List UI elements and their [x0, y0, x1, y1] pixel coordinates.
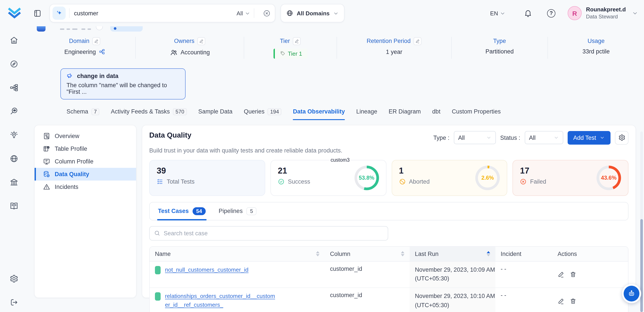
tier-label: Tier	[280, 38, 290, 44]
app-logo-icon[interactable]	[7, 6, 22, 21]
sort-last-run[interactable]	[483, 251, 490, 256]
top-right-cluster: EN ? R Rounakpreet.d Data Steward	[490, 6, 638, 20]
menu-table-profile[interactable]: Table Profile	[34, 142, 136, 155]
sort-column[interactable]	[398, 251, 404, 256]
scrollbar-thumb[interactable]	[640, 219, 643, 312]
success-tests-card: custom3 21 Success 53.8%	[270, 160, 386, 196]
notifications-bell-icon[interactable]	[524, 9, 532, 17]
nav-lineage-icon[interactable]	[10, 83, 18, 92]
edit-test-icon[interactable]	[558, 271, 564, 278]
nav-explore-icon[interactable]	[10, 60, 18, 68]
nav-home-icon[interactable]	[10, 36, 18, 45]
logout-icon[interactable]	[10, 298, 18, 307]
user-role: Data Steward	[586, 13, 626, 20]
test-status-indicator	[155, 266, 160, 274]
sidebar-toggle-icon[interactable]	[33, 9, 42, 17]
tab-activity-feeds[interactable]: Activity Feeds & Tasks570	[111, 108, 187, 120]
language-value: EN	[490, 10, 498, 17]
announcement-banner[interactable]: change in data The column "name" will be…	[60, 68, 186, 99]
type-filter-select[interactable]: All	[454, 131, 496, 144]
nav-observability-icon[interactable]	[10, 107, 18, 116]
retention-value: 1 year	[386, 48, 402, 55]
usage-label: Usage	[588, 38, 604, 44]
profiler-menu: Overview Table Profile Column Profile Da…	[34, 125, 136, 298]
page-scrollbar[interactable]	[640, 131, 643, 312]
quality-settings-gear-icon[interactable]	[615, 131, 628, 144]
user-avatar[interactable]: R	[568, 6, 582, 20]
add-test-button[interactable]: Add Test	[568, 131, 610, 144]
entity-tabs: Schema7 Activity Feeds & Tasks570 Sample…	[28, 99, 644, 120]
panel-subtitle: Build trust in your data with quality te…	[149, 147, 628, 153]
table-header-row: Name Column Last Run Incident Actions	[150, 246, 628, 261]
edit-owners-icon[interactable]	[198, 37, 206, 45]
aborted-tests-card: 1 Aborted 2.6%	[392, 160, 508, 196]
menu-incidents[interactable]: Incidents	[34, 180, 136, 193]
chevron-down-icon	[500, 10, 506, 16]
subtab-test-cases[interactable]: Test Cases 54	[158, 202, 206, 220]
nav-insights-icon[interactable]	[10, 131, 18, 139]
search-scope-dropdown[interactable]: All	[236, 10, 250, 17]
sort-name[interactable]	[312, 251, 320, 256]
chevron-down-icon	[600, 135, 605, 140]
clipped-entity-header	[28, 26, 644, 34]
edit-domain-icon[interactable]	[92, 37, 100, 45]
search-input[interactable]	[74, 10, 236, 17]
subtab-pipelines[interactable]: Pipelines 5	[218, 202, 256, 220]
status-filter-label: Status :	[500, 134, 520, 141]
edit-test-icon[interactable]	[558, 298, 564, 304]
tag-icon	[280, 51, 285, 56]
test-case-link[interactable]: relationships_orders_customer_id__custom…	[165, 292, 278, 310]
nav-govern-icon[interactable]	[10, 178, 18, 187]
domain-value[interactable]: Engineering	[64, 48, 96, 55]
nav-glossary-icon[interactable]	[10, 202, 18, 210]
help-icon[interactable]: ?	[547, 9, 556, 17]
search-scope-value: All	[236, 10, 243, 17]
owners-value[interactable]: Accounting	[180, 49, 210, 56]
edit-retention-icon[interactable]	[414, 37, 422, 45]
menu-column-profile[interactable]: Column Profile	[34, 155, 136, 168]
domains-filter-label: All Domains	[297, 10, 330, 17]
meta-usage: Usage 33rd pctile	[548, 37, 644, 59]
ai-sparkle-icon[interactable]	[52, 7, 66, 20]
edit-tier-icon[interactable]	[293, 37, 301, 45]
clear-search-icon[interactable]	[263, 10, 270, 17]
meta-owners: Owners Accounting	[136, 37, 244, 59]
success-donut: 53.8%	[354, 166, 379, 190]
total-tests-card: 39 Total Tests	[149, 160, 265, 196]
nav-domains-icon[interactable]	[10, 154, 18, 163]
search-icon	[154, 230, 160, 236]
failed-tests-card: 17 Failed 43.6%	[513, 160, 629, 196]
tab-schema[interactable]: Schema7	[66, 108, 99, 120]
tab-data-observability[interactable]: Data Observability	[293, 108, 345, 120]
tab-lineage[interactable]: Lineage	[356, 108, 377, 120]
menu-data-quality[interactable]: Data Quality	[34, 168, 136, 180]
check-circle-icon	[278, 178, 284, 185]
settings-gear-icon[interactable]	[10, 274, 18, 283]
language-selector[interactable]: EN	[490, 10, 506, 17]
domains-filter-button[interactable]: All Domains	[280, 4, 344, 22]
test-case-search-input[interactable]	[164, 230, 384, 236]
version-button-clipped	[96, 26, 103, 30]
tier-badge[interactable]: Tier 1	[273, 48, 308, 59]
tier-value: Tier 1	[288, 50, 302, 57]
delete-test-icon[interactable]	[570, 271, 576, 278]
retention-label: Retention Period	[366, 38, 410, 44]
test-case-link[interactable]: not_null_customers_customer_id	[165, 265, 248, 274]
tab-sample-data[interactable]: Sample Data	[198, 108, 232, 120]
tab-queries[interactable]: Queries194	[244, 108, 282, 120]
global-search-bar[interactable]: All	[50, 4, 275, 22]
tab-dbt[interactable]: dbt	[432, 108, 440, 120]
app-window: All All Domains EN ? R Rounakpr	[0, 0, 644, 312]
user-menu-chevron-icon[interactable]	[632, 10, 638, 16]
test-case-search[interactable]	[149, 226, 388, 240]
delete-test-icon[interactable]	[570, 298, 576, 304]
tab-custom-properties[interactable]: Custom Properties	[452, 108, 501, 120]
chat-bot-button[interactable]	[622, 284, 641, 303]
status-filter-select[interactable]: All	[524, 131, 563, 144]
announcement-message: The column "name" will be changed to "Fi…	[66, 82, 180, 95]
user-info[interactable]: Rounakpreet.d Data Steward	[586, 6, 626, 20]
menu-overview[interactable]: Overview	[34, 129, 136, 142]
main-content: Domain Engineering Owners Accounting Tie…	[28, 26, 644, 312]
tab-er-diagram[interactable]: ER Diagram	[389, 108, 421, 120]
table-row: not_null_customers_customer_id customer_…	[150, 261, 628, 288]
